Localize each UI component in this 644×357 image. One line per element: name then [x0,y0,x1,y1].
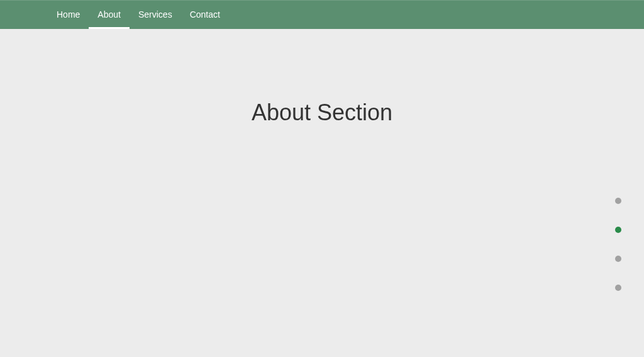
nav-item-label: Home [57,9,80,20]
nav-item-home[interactable]: Home [48,0,89,29]
dot-nav-item-4[interactable] [615,285,621,291]
nav-item-label: Contact [190,9,220,20]
nav-item-about[interactable]: About [89,0,130,29]
nav-item-services[interactable]: Services [130,0,181,29]
dot-nav-item-2[interactable] [615,227,621,233]
page-dot-nav [615,198,621,291]
dot-nav-item-3[interactable] [615,256,621,262]
top-navbar: Home About Services Contact [0,0,644,29]
section-title: About Section [252,99,392,126]
nav-item-label: About [97,9,121,20]
nav-item-contact[interactable]: Contact [181,0,229,29]
nav-item-label: Services [138,9,172,20]
main-content: About Section [0,29,644,126]
dot-nav-item-1[interactable] [615,198,621,204]
